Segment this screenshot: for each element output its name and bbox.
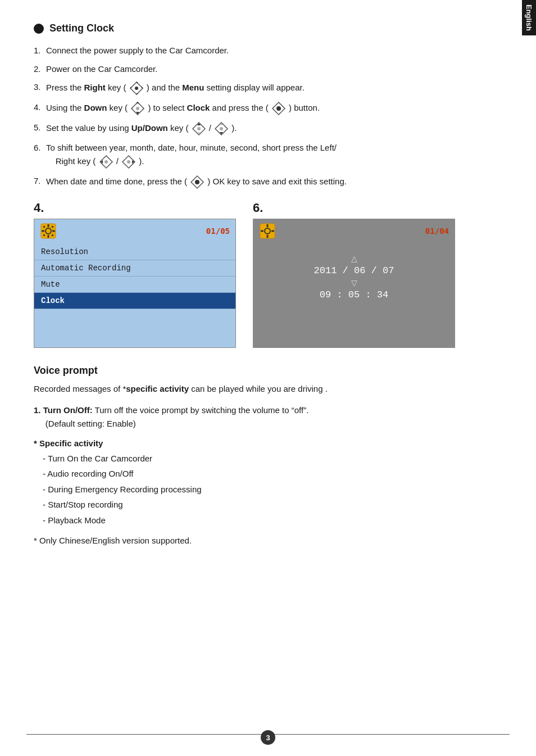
svg-rect-49 bbox=[261, 230, 264, 232]
svg-point-18 bbox=[276, 106, 281, 111]
up-key-icon bbox=[192, 121, 206, 136]
svg-rect-47 bbox=[267, 224, 269, 227]
voice-step-1: 1. Turn On/Off: Turn off the voice promp… bbox=[34, 404, 502, 431]
svg-point-34 bbox=[195, 180, 199, 184]
screen-6-header: 01/04 bbox=[253, 219, 455, 243]
step-2-num: 2. bbox=[34, 63, 46, 76]
step-1-text: Connect the power supply to the Car Camc… bbox=[46, 44, 502, 57]
svg-point-25 bbox=[220, 127, 223, 130]
section-heading: Setting Clock bbox=[34, 22, 502, 34]
step-2-text: Power on the Car Camcorder. bbox=[46, 63, 502, 76]
clock-date: 2011 / 06 / 07 bbox=[314, 265, 394, 276]
specific-heading: * Specific activity bbox=[34, 438, 502, 448]
svg-point-21 bbox=[197, 127, 201, 130]
svg-rect-40 bbox=[52, 230, 55, 232]
svg-marker-1 bbox=[137, 82, 138, 83]
step-5-text: Set the value by using Up/Down key ( / )… bbox=[46, 121, 502, 136]
section-title: Setting Clock bbox=[49, 22, 114, 34]
page-number: 3 bbox=[261, 730, 275, 745]
arrow-down-icon: ▽ bbox=[351, 278, 357, 287]
clock-time: 09 : 05 : 34 bbox=[320, 289, 388, 300]
step-1-num: 1. bbox=[34, 44, 46, 57]
step-5-num: 5. bbox=[34, 121, 46, 134]
ok-key-icon-2 bbox=[190, 175, 205, 189]
down-key-icon-2 bbox=[214, 121, 229, 136]
screen-4-header: 01/05 bbox=[34, 219, 235, 243]
diagram-6-container: 6. 01/04 △ 2011 / bbox=[253, 201, 455, 348]
svg-rect-38 bbox=[48, 235, 49, 238]
step-4-num: 4. bbox=[34, 101, 46, 114]
specific-item-2: Audio recording On/Off bbox=[34, 468, 502, 481]
step-7-text: When date and time done, press the ( ) O… bbox=[46, 175, 502, 189]
menu-item-auto-recording: Automatic Recording bbox=[34, 260, 235, 277]
svg-marker-10 bbox=[143, 107, 144, 110]
step-7: 7. When date and time done, press the ( … bbox=[34, 175, 502, 189]
svg-marker-7 bbox=[136, 102, 139, 103]
step-5: 5. Set the value by using Up/Down key ( … bbox=[34, 121, 502, 136]
svg-rect-48 bbox=[267, 235, 269, 238]
svg-marker-4 bbox=[142, 87, 143, 88]
step-2: 2. Power on the Car Camcorder. bbox=[34, 63, 502, 76]
step-6: 6. To shift between year, month, date, h… bbox=[34, 142, 502, 169]
footnote: * Only Chinese/English version supported… bbox=[34, 535, 502, 547]
steps-list: 1. Connect the power supply to the Car C… bbox=[34, 44, 502, 189]
svg-point-32 bbox=[127, 160, 130, 164]
svg-marker-9 bbox=[131, 107, 133, 110]
step-4: 4. Using the Down key ( ) to select Cloc… bbox=[34, 101, 502, 116]
svg-rect-39 bbox=[42, 230, 44, 232]
screen-6: 01/04 △ 2011 / 06 / 07 ▽ 09 : 05 : 34 bbox=[253, 219, 455, 348]
step-6-text: To shift between year, month, date, hour… bbox=[46, 142, 502, 169]
left-key-icon bbox=[99, 155, 113, 169]
page-footer: 3 bbox=[0, 734, 536, 745]
screen-4: 01/05 Resolution Automatic Recording Mut… bbox=[34, 219, 236, 348]
svg-marker-2 bbox=[137, 93, 138, 95]
step-4-text: Using the Down key ( ) to select Clock a… bbox=[46, 101, 502, 116]
step-3: 3. Press the Right key ( ) and the Menu … bbox=[34, 81, 502, 96]
menu-item-clock: Clock bbox=[34, 293, 235, 309]
svg-point-29 bbox=[105, 160, 108, 164]
clock-content: △ 2011 / 06 / 07 ▽ 09 : 05 : 34 bbox=[253, 254, 455, 302]
down-key-icon bbox=[130, 101, 145, 116]
step-6-num: 6. bbox=[34, 142, 46, 155]
language-tab: English bbox=[522, 0, 536, 35]
step-7-num: 7. bbox=[34, 175, 46, 188]
menu-item-mute: Mute bbox=[34, 277, 235, 293]
voice-intro: Recorded messages of *specific activity … bbox=[34, 382, 502, 396]
diagram-4-label: 4. bbox=[34, 201, 236, 215]
ok-key-icon bbox=[271, 101, 286, 116]
right-key-icon-2 bbox=[121, 155, 136, 169]
step-1: 1. Connect the power supply to the Car C… bbox=[34, 44, 502, 57]
specific-item-5: Playback Mode bbox=[34, 514, 502, 527]
svg-point-5 bbox=[135, 87, 138, 90]
voice-steps-list: 1. Turn On/Off: Turn off the voice promp… bbox=[34, 404, 502, 431]
svg-marker-3 bbox=[130, 87, 131, 88]
bullet-icon bbox=[34, 24, 44, 34]
specific-list: Turn On the Car Camcorder Audio recordin… bbox=[34, 452, 502, 527]
screen-6-counter: 01/04 bbox=[425, 227, 449, 236]
screen-4-menu: Resolution Automatic Recording Mute Cloc… bbox=[34, 244, 235, 309]
diagram-4-container: 4. 01/05 bbox=[34, 201, 236, 348]
specific-item-3: During Emergency Recording processing bbox=[34, 483, 502, 496]
gear-icon bbox=[40, 223, 57, 239]
gear-icon-6 bbox=[259, 223, 276, 239]
svg-rect-50 bbox=[271, 230, 274, 232]
diagrams-row: 4. 01/05 bbox=[34, 201, 502, 348]
arrow-up-icon: △ bbox=[351, 254, 357, 263]
step-3-num: 3. bbox=[34, 81, 46, 94]
specific-item-1: Turn On the Car Camcorder bbox=[34, 452, 502, 465]
step-3-text: Press the Right key ( ) and the Menu set… bbox=[46, 81, 502, 96]
specific-item-4: Start/Stop recording bbox=[34, 499, 502, 511]
screen-4-counter: 01/05 bbox=[206, 227, 230, 236]
right-key-icon bbox=[129, 81, 144, 96]
svg-point-11 bbox=[136, 107, 139, 110]
svg-rect-37 bbox=[48, 224, 49, 227]
voice-heading: Voice prompt bbox=[34, 365, 502, 377]
menu-item-resolution: Resolution bbox=[34, 244, 235, 260]
diagram-6-label: 6. bbox=[253, 201, 455, 215]
voice-section: Voice prompt Recorded messages of *speci… bbox=[34, 365, 502, 547]
